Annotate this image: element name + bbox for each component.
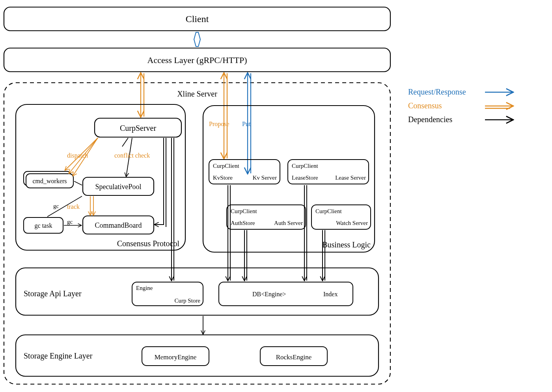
index-label: Index (323, 291, 338, 297)
kv-server: Kv Server (253, 175, 277, 181)
access-propose-arrow (224, 73, 227, 158)
xline-server-label: Xline Server (177, 89, 217, 98)
kv-to-db-arrow (228, 185, 230, 281)
put-label: Put (242, 121, 251, 127)
curp-store-engine-label: Engine (136, 285, 153, 291)
conflict-check-label: conflict check (114, 152, 150, 159)
legend-deps-label: Dependencies (408, 115, 452, 124)
gc2-label: gc (67, 219, 73, 225)
storage-engine-layer-label: Storage Engine Layer (24, 351, 93, 360)
storage-api-label: Storage Api Layer (24, 289, 82, 298)
client-box: Client (4, 7, 390, 31)
business-logic-label: Business Logic (322, 240, 371, 249)
legend: Request/Response Consensus Dependencies (408, 87, 513, 124)
rocks-engine-label: RocksEngine (276, 353, 312, 361)
curp-to-storage-arrow (172, 138, 174, 281)
lease-store: LeaseStore (292, 175, 318, 181)
command-board-label: CommandBoard (95, 221, 142, 229)
legend-reqresp-label: Request/Response (408, 87, 466, 97)
storage-engine-layer-box: Storage Engine Layer MemoryEngine RocksE… (16, 335, 379, 376)
dispatch-label: dispatch (67, 152, 88, 159)
storage-api-layer-box: Storage Api Layer Engine Curp Store DB<E… (16, 268, 379, 315)
legend-consensus-label: Consensus (408, 101, 442, 110)
db-engine-label: DB<Engine> (252, 291, 286, 298)
consensus-protocol-box: Consensus Protocol CurpServer cmd_worker… (16, 104, 185, 250)
access-layer-label: Access Layer (gRPC/HTTP) (147, 55, 247, 65)
watch-client: CurpClient (315, 208, 342, 214)
client-access-arrow (194, 32, 200, 46)
business-logic-box: Business Logic Propose Put CurpClient Kv… (203, 106, 375, 252)
kv-store: KvStore (213, 175, 233, 181)
track-label: track (67, 203, 80, 210)
svg-rect-2 (4, 83, 390, 384)
client-label: Client (186, 14, 209, 24)
lease-to-db-arrow (304, 185, 307, 281)
auth-store: AuthStore (231, 220, 255, 226)
svg-line-11 (122, 138, 128, 147)
xline-server-container: Xline Server (4, 83, 390, 384)
curp-store-label: Curp Store (175, 297, 201, 304)
speculative-pool-label: SpeculativePool (95, 183, 142, 191)
gc1-label: gc (53, 203, 59, 209)
watch-to-db-arrow (323, 230, 325, 281)
propose-label: Propose (209, 121, 229, 128)
consensus-protocol-label: Consensus Protocol (117, 239, 180, 248)
lease-client: CurpClient (292, 163, 318, 169)
curp-server-label: CurpServer (120, 124, 157, 133)
svg-line-12 (74, 181, 82, 185)
auth-server: Auth Server (274, 220, 303, 226)
gc-task-label: gc task (35, 222, 52, 229)
access-layer-box: Access Layer (gRPC/HTTP) (4, 48, 390, 72)
auth-client: CurpClient (231, 208, 257, 214)
lease-server: Lease Server (335, 175, 366, 181)
memory-engine-label: MemoryEngine (155, 353, 197, 361)
auth-to-db-arrow (244, 230, 247, 281)
access-curp-arrow (141, 73, 144, 117)
watch-server: Watch Server (336, 220, 368, 226)
kv-client: CurpClient (213, 163, 239, 169)
cmd-workers-label: cmd_workers (32, 178, 67, 184)
